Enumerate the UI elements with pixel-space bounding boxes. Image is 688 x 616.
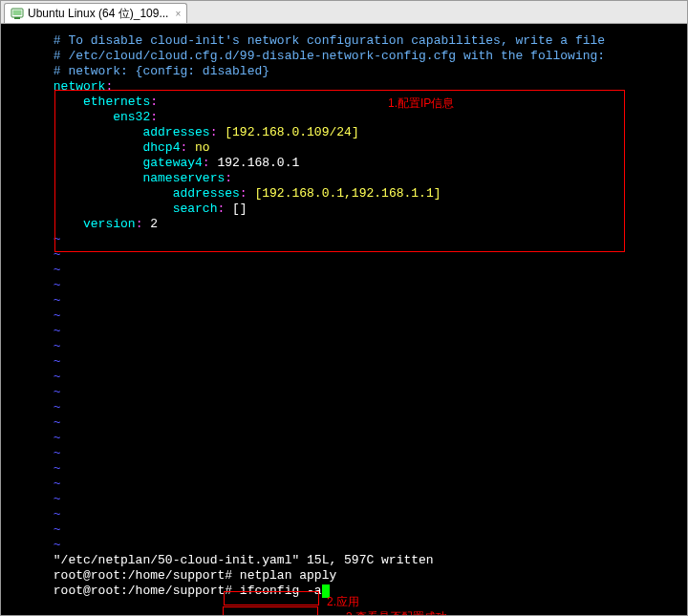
- vim-tilde: ~: [9, 354, 61, 369]
- vim-tilde: ~: [9, 492, 61, 506]
- command: ifconfig -a: [240, 584, 322, 598]
- vim-status: "/etc/netplan/50-cloud-init.yaml" 15L, 5…: [9, 553, 434, 567]
- tab-ubuntu[interactable]: Ubuntu Linux (64 位)_109... ×: [4, 3, 187, 23]
- vim-tilde: ~: [9, 400, 61, 414]
- yaml-key: ens32: [9, 110, 150, 124]
- yaml-key: nameservers: [9, 171, 225, 185]
- vim-tilde: ~: [9, 324, 61, 338]
- vim-tilde: ~: [9, 370, 61, 384]
- yaml-key: version: [9, 217, 136, 231]
- vim-tilde: ~: [9, 431, 61, 445]
- yaml-value: no: [187, 140, 209, 155]
- vim-tilde: ~: [9, 507, 61, 521]
- vim-tilde: ~: [9, 446, 61, 460]
- comment-line: # To disable cloud-init's network config…: [9, 33, 605, 48]
- yaml-key: addresses: [9, 125, 210, 139]
- vim-tilde: ~: [9, 522, 61, 537]
- vim-tilde: ~: [9, 278, 61, 292]
- yaml-value: [192.168.0.109/24]: [217, 125, 358, 139]
- vim-tilde: ~: [9, 339, 61, 353]
- tab-close-icon[interactable]: ×: [175, 9, 181, 19]
- vim-tilde: ~: [9, 247, 61, 262]
- yaml-key: dhcp4: [9, 140, 180, 155]
- vm-icon: [11, 7, 24, 20]
- yaml-key: network: [9, 79, 105, 94]
- vim-tilde: ~: [9, 232, 61, 246]
- comment-line: # network: {config: disabled}: [9, 64, 269, 78]
- comment-line: # /etc/cloud/cloud.cfg.d/99-disable-netw…: [9, 49, 605, 63]
- vim-tilde: ~: [9, 385, 61, 399]
- shell-prompt: root@root:/home/support#: [9, 584, 240, 598]
- annotation-2: 2.应用: [327, 594, 359, 609]
- svg-rect-2: [14, 17, 20, 19]
- yaml-key: gateway4: [9, 156, 203, 170]
- yaml-value: [192.168.0.1,192.168.1.1]: [247, 186, 441, 201]
- tab-label: Ubuntu Linux (64 位)_109...: [28, 6, 168, 22]
- vim-tilde: ~: [9, 461, 61, 476]
- command: netplan apply: [240, 568, 336, 583]
- yaml-value: []: [225, 202, 247, 216]
- vim-tilde: ~: [9, 538, 61, 552]
- vim-tilde: ~: [9, 263, 61, 277]
- vim-tilde: ~: [9, 308, 61, 323]
- yaml-value: 192.168.0.1: [210, 156, 300, 170]
- vim-tilde-area: ~ ~ ~ ~ ~ ~ ~ ~ ~ ~ ~ ~ ~ ~ ~ ~ ~ ~ ~ ~ …: [1, 232, 687, 553]
- tab-bar: Ubuntu Linux (64 位)_109... ×: [1, 1, 687, 24]
- yaml-key: ethernets: [9, 95, 150, 109]
- svg-rect-1: [13, 11, 22, 16]
- terminal[interactable]: # To disable cloud-init's network config…: [1, 24, 687, 615]
- vim-tilde: ~: [9, 477, 61, 491]
- annotation-3: 3.查看是否配置成功: [346, 609, 447, 615]
- yaml-value: 2: [142, 217, 158, 231]
- yaml-key: addresses: [9, 186, 240, 201]
- shell-prompt: root@root:/home/support#: [9, 568, 240, 583]
- annotation-1: 1.配置IP信息: [388, 96, 454, 111]
- yaml-key: search: [9, 202, 217, 216]
- vim-tilde: ~: [9, 293, 61, 308]
- vim-tilde: ~: [9, 415, 61, 430]
- highlight-box-ifconfig: [223, 606, 318, 615]
